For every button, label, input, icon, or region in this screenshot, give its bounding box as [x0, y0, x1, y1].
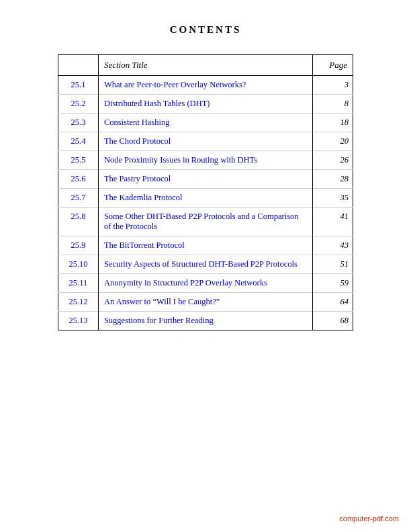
row-title[interactable]: Security Aspects of Structured DHT-Based… [98, 255, 312, 274]
table-row: 25.4The Chord Protocol20 [58, 132, 353, 151]
row-num: 25.9 [58, 236, 99, 255]
row-title[interactable]: Node Proximity Issues in Routing with DH… [98, 151, 312, 170]
row-title[interactable]: Consistent Hashing [98, 114, 312, 132]
row-title[interactable]: An Answer to “Will I be Caught?” [98, 293, 312, 312]
row-page: 59 [313, 274, 353, 293]
row-page: 26 [313, 151, 353, 170]
table-row: 25.6The Pastry Protocol28 [58, 170, 353, 189]
table-row: 25.11Anonymity in Structured P2P Overlay… [58, 274, 353, 293]
table-row: 25.13Suggestions for Further Reading68 [58, 312, 353, 330]
table-row: 25.12An Answer to “Will I be Caught?”64 [58, 293, 353, 312]
row-title[interactable]: What are Peer-to-Peer Overlay Networks? [98, 76, 312, 95]
col-header-section: Section Title [98, 55, 312, 76]
row-num: 25.1 [58, 76, 99, 95]
row-num: 25.4 [58, 132, 99, 151]
toc-table: Section Title Page 25.1What are Peer-to-… [58, 54, 353, 330]
row-page: 3 [313, 76, 353, 95]
row-page: 8 [313, 95, 353, 114]
watermark: computer-pdf.com [339, 515, 399, 523]
table-row: 25.9The BitTorrent Protocol43 [58, 236, 353, 255]
row-num: 25.6 [58, 170, 99, 189]
row-title[interactable]: Suggestions for Further Reading [98, 312, 312, 330]
row-num: 25.12 [58, 293, 99, 312]
row-num: 25.11 [58, 274, 99, 293]
row-num: 25.3 [58, 114, 99, 132]
row-title[interactable]: The BitTorrent Protocol [98, 236, 312, 255]
row-title[interactable]: Distributed Hash Tables (DHT) [98, 95, 312, 114]
table-row: 25.3Consistent Hashing18 [58, 114, 353, 132]
table-row: 25.7The Kademlia Protocol35 [58, 189, 353, 208]
table-row: 25.8Some Other DHT-Based P2P Protocols a… [58, 208, 353, 236]
row-num: 25.10 [58, 255, 99, 274]
row-page: 64 [313, 293, 353, 312]
row-title[interactable]: Anonymity in Structured P2P Overlay Netw… [98, 274, 312, 293]
row-page: 51 [313, 255, 353, 274]
row-page: 28 [313, 170, 353, 189]
row-title[interactable]: Some Other DHT-Based P2P Protocols and a… [98, 208, 312, 236]
row-page: 18 [313, 114, 353, 132]
row-page: 43 [313, 236, 353, 255]
col-header-num [58, 55, 99, 76]
row-page: 68 [313, 312, 353, 330]
row-page: 20 [313, 132, 353, 151]
col-header-page: Page [313, 55, 353, 76]
row-num: 25.8 [58, 208, 99, 236]
page-title: CONTENTS [0, 24, 411, 36]
row-num: 25.2 [58, 95, 99, 114]
row-num: 25.7 [58, 189, 99, 208]
table-row: 25.10Security Aspects of Structured DHT-… [58, 255, 353, 274]
table-row: 25.5Node Proximity Issues in Routing wit… [58, 151, 353, 170]
row-page: 35 [313, 189, 353, 208]
row-title[interactable]: The Pastry Protocol [98, 170, 312, 189]
row-page: 41 [313, 208, 353, 236]
table-row: 25.1What are Peer-to-Peer Overlay Networ… [58, 76, 353, 95]
row-num: 25.5 [58, 151, 99, 170]
row-title[interactable]: The Kademlia Protocol [98, 189, 312, 208]
row-num: 25.13 [58, 312, 99, 330]
row-title[interactable]: The Chord Protocol [98, 132, 312, 151]
table-row: 25.2Distributed Hash Tables (DHT)8 [58, 95, 353, 114]
